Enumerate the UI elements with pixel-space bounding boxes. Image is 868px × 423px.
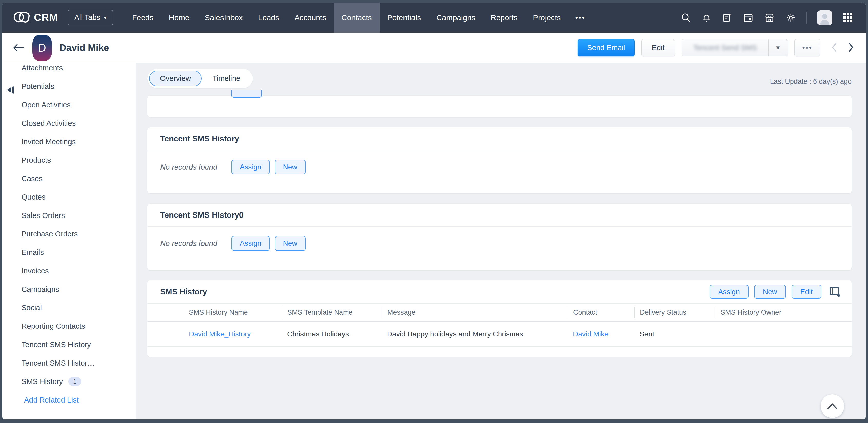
related-list-sidebar: Attachments Potentials Open Activities C…: [2, 63, 136, 419]
tab-campaigns[interactable]: Campaigns: [429, 3, 483, 33]
sidebar-item-products[interactable]: Products: [22, 151, 136, 169]
tab-contacts[interactable]: Contacts: [334, 3, 379, 33]
tab-salesinbox[interactable]: SalesInbox: [197, 3, 250, 33]
settings-gear-icon[interactable]: [785, 12, 796, 23]
sidebar-item-tencent-sms-history0[interactable]: Tencent SMS Histor…: [22, 354, 136, 372]
sidebar-item-sales-orders[interactable]: Sales Orders: [22, 206, 136, 225]
tab-potentials[interactable]: Potentials: [380, 3, 429, 33]
sidebar-item-attachments[interactable]: Attachments: [22, 63, 136, 77]
next-record-icon[interactable]: [847, 42, 854, 54]
more-options-button[interactable]: •••: [795, 39, 820, 56]
sidebar-item-quotes[interactable]: Quotes: [22, 188, 136, 206]
column-header[interactable]: SMS History Name: [147, 307, 282, 318]
collapse-sidebar-icon[interactable]: [6, 85, 15, 96]
column-header[interactable]: Message: [382, 307, 568, 318]
message-cell: David Happy holidays and Merry Chrismas: [382, 330, 568, 338]
crm-window: CRM All Tabs ▾ Feeds Home SalesInbox Lea…: [2, 3, 866, 419]
section-title: Tencent SMS History0: [158, 210, 244, 220]
marketplace-store-icon[interactable]: [764, 12, 775, 23]
sidebar-item-campaigns[interactable]: Campaigns: [22, 280, 136, 298]
sms-template-cell: Christmas Holidays: [282, 330, 382, 338]
page-title: David Mike: [60, 42, 109, 53]
new-button[interactable]: New: [275, 236, 306, 251]
tab-reports[interactable]: Reports: [483, 3, 525, 33]
scroll-to-top-button[interactable]: [820, 394, 844, 418]
contact-link[interactable]: David Mike: [573, 330, 608, 338]
section-tencent-sms-history0: Tencent SMS History0 No records found As…: [147, 204, 851, 270]
tab-projects[interactable]: Projects: [525, 3, 568, 33]
tab-timeline[interactable]: Timeline: [202, 71, 251, 86]
notifications-bell-icon[interactable]: [701, 12, 712, 23]
assign-button[interactable]: Assign: [231, 236, 270, 251]
assign-button[interactable]: Assign: [231, 160, 270, 174]
section-sms-history: SMS History Assign New Edit: [147, 280, 851, 357]
clipped-button-fragment: [231, 90, 262, 98]
section-title: Tencent SMS History: [158, 134, 239, 143]
new-button[interactable]: New: [275, 160, 306, 174]
tab-accounts[interactable]: Accounts: [287, 3, 334, 33]
sms-dropdown-caret[interactable]: ▼: [768, 39, 787, 56]
sidebar-item-label: SMS History: [22, 378, 63, 386]
sidebar-item-social[interactable]: Social: [22, 298, 136, 317]
quick-create-note-icon[interactable]: [722, 12, 733, 23]
sidebar-item-reporting-contacts[interactable]: Reporting Contacts: [22, 317, 136, 335]
brand: CRM: [2, 3, 68, 33]
top-navigation-bar: CRM All Tabs ▾ Feeds Home SalesInbox Lea…: [2, 3, 866, 33]
sidebar-item-tencent-sms-history[interactable]: Tencent SMS History: [22, 335, 136, 354]
all-tabs-dropdown[interactable]: All Tabs ▾: [68, 10, 113, 25]
sidebar-item-open-activities[interactable]: Open Activities: [22, 96, 136, 114]
contact-avatar[interactable]: D: [32, 35, 52, 61]
sidebar-item-invited-meetings[interactable]: Invited Meetings: [22, 132, 136, 151]
search-icon[interactable]: [681, 12, 691, 23]
column-header[interactable]: SMS History Owner: [715, 307, 851, 318]
sms-history-name-link[interactable]: David Mike_History: [189, 330, 251, 338]
new-button[interactable]: New: [754, 285, 786, 299]
empty-state-text: No records found: [160, 239, 217, 248]
add-related-list-link[interactable]: Add Related List: [22, 391, 136, 409]
partial-section-card: [147, 96, 851, 117]
tab-home[interactable]: Home: [161, 3, 197, 33]
view-tabs: Overview Timeline: [147, 69, 253, 88]
previous-record-icon[interactable]: [831, 42, 838, 54]
back-arrow-icon[interactable]: [12, 43, 26, 53]
column-header[interactable]: SMS Template Name: [282, 307, 382, 318]
section-tencent-sms-history: Tencent SMS History No records found Ass…: [147, 127, 851, 193]
divider: [806, 12, 807, 24]
tab-feeds[interactable]: Feeds: [124, 3, 161, 33]
more-tabs-icon[interactable]: •••: [568, 3, 592, 33]
delivery-status-cell: Sent: [634, 330, 715, 338]
edit-button[interactable]: Edit: [641, 39, 675, 56]
sidebar-item-sms-history[interactable]: SMS History 1: [22, 372, 136, 391]
sidebar-item-potentials[interactable]: Potentials: [22, 77, 136, 96]
screenshot-frame: CRM All Tabs ▾ Feeds Home SalesInbox Lea…: [0, 0, 868, 423]
sidebar-item-invoices[interactable]: Invoices: [22, 262, 136, 280]
count-badge: 1: [68, 377, 81, 386]
sms-split-button: Tencent Send SMS ▼: [682, 39, 787, 56]
send-email-button[interactable]: Send Email: [578, 39, 634, 56]
last-update-text: Last Update : 6 day(s) ago: [770, 78, 851, 86]
section-title: SMS History: [158, 287, 207, 296]
sidebar-item-purchase-orders[interactable]: Purchase Orders: [22, 225, 136, 243]
avatar-initial: D: [38, 41, 46, 54]
column-header[interactable]: Delivery Status: [634, 307, 715, 318]
sidebar-item-closed-activities[interactable]: Closed Activities: [22, 114, 136, 132]
sidebar-item-cases[interactable]: Cases: [22, 169, 136, 188]
related-list-items: Attachments Potentials Open Activities C…: [2, 63, 136, 409]
calendar-icon[interactable]: [743, 12, 754, 23]
record-actions: Send Email Edit Tencent Send SMS ▼ •••: [578, 39, 854, 56]
app-title: CRM: [34, 12, 58, 23]
chevron-down-icon: ▾: [104, 15, 106, 20]
record-pagination: [831, 42, 854, 54]
assign-button[interactable]: Assign: [710, 285, 748, 299]
edit-columns-button[interactable]: Edit: [792, 285, 822, 299]
tab-overview[interactable]: Overview: [149, 71, 202, 86]
column-header[interactable]: Contact: [568, 307, 634, 318]
tencent-send-sms-button[interactable]: Tencent Send SMS: [682, 39, 768, 56]
tab-leads[interactable]: Leads: [250, 3, 287, 33]
sidebar-item-emails[interactable]: Emails: [22, 243, 136, 262]
add-column-icon[interactable]: [829, 286, 841, 298]
user-avatar[interactable]: [817, 10, 832, 25]
table-row: David Mike_History Christmas Holidays Da…: [147, 322, 851, 347]
table-header-row: SMS History Name SMS Template Name Messa…: [147, 303, 851, 322]
apps-grid-icon[interactable]: [842, 12, 854, 23]
